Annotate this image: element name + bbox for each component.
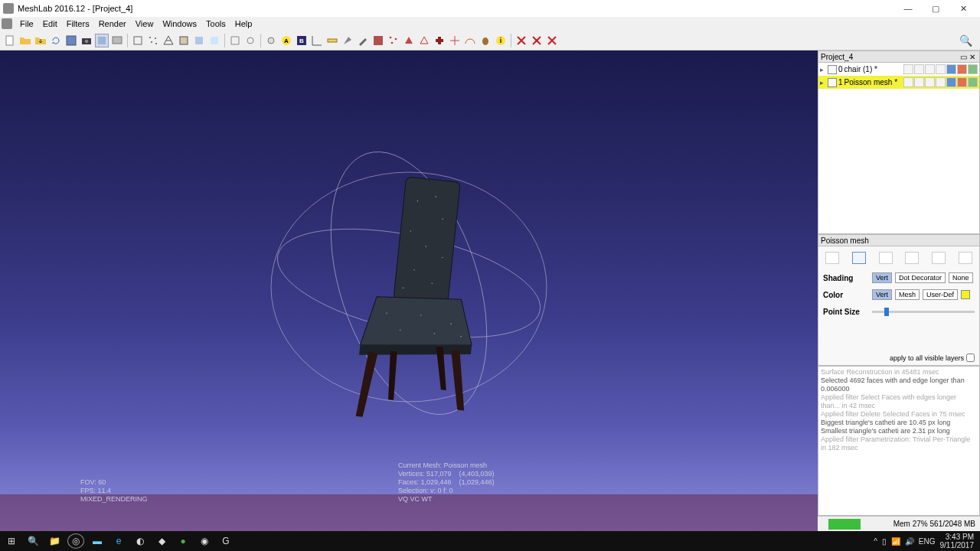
menu-help[interactable]: Help: [230, 19, 257, 28]
minimize-button[interactable]: —: [894, 0, 922, 17]
layer-mode-icons[interactable]: [903, 64, 978, 74]
visibility-toggle[interactable]: [828, 78, 837, 87]
sel-vert-button[interactable]: [387, 34, 400, 47]
color-vert[interactable]: Vert: [872, 289, 892, 300]
layer-mode-icons[interactable]: [903, 77, 978, 87]
shading-none[interactable]: None: [949, 272, 973, 283]
wireframe-button[interactable]: [162, 34, 175, 47]
import-mesh-button[interactable]: [34, 34, 47, 47]
mode-wire-icon[interactable]: [879, 252, 893, 264]
b-button[interactable]: B: [295, 34, 309, 47]
svg-rect-13: [211, 37, 218, 44]
photo-button[interactable]: [371, 34, 385, 47]
panel-close-icon[interactable]: ✕: [968, 52, 977, 61]
menu-file[interactable]: File: [15, 19, 38, 28]
color-mesh[interactable]: Mesh: [895, 289, 920, 300]
info-button[interactable]: i: [494, 34, 508, 47]
search-taskbar-icon[interactable]: 🔍: [24, 533, 41, 549]
svg-rect-0: [6, 36, 13, 45]
shading-dot[interactable]: Dot Decorator: [895, 272, 946, 283]
layers-panel-header[interactable]: Project_4 ▭ ✕: [818, 51, 980, 63]
menu-edit[interactable]: Edit: [38, 19, 62, 28]
shading-label: Shading: [823, 274, 869, 282]
menu-windows[interactable]: Windows: [158, 19, 201, 28]
tray-clock[interactable]: 3:43 PM 9/11/2017: [940, 533, 978, 549]
plugin-button[interactable]: [433, 34, 446, 47]
light-button[interactable]: [264, 34, 278, 47]
mode-flat-icon[interactable]: [905, 252, 919, 264]
task-app-icon[interactable]: ▬: [89, 533, 106, 549]
snapshot-button[interactable]: [80, 34, 93, 47]
obs-icon[interactable]: ◉: [196, 533, 213, 549]
close-button[interactable]: ✕: [949, 0, 977, 17]
wechat-icon[interactable]: ●: [175, 533, 191, 549]
measure-button[interactable]: [325, 34, 339, 47]
maximize-button[interactable]: ▢: [922, 0, 949, 17]
bg-grid-button[interactable]: [207, 34, 221, 47]
task-app-icon[interactable]: G: [217, 533, 234, 549]
svg-rect-5: [113, 37, 122, 44]
del-vert-button[interactable]: [545, 34, 559, 47]
tray-wifi-icon[interactable]: 📶: [891, 537, 900, 546]
start-button[interactable]: ⊞: [3, 533, 20, 549]
mode-bbox-icon[interactable]: [825, 252, 839, 264]
titlebar: MeshLab 2016.12 - [Project_4] — ▢ ✕: [0, 0, 980, 17]
layer-row[interactable]: ▸ 0 chair (1) *: [818, 63, 979, 76]
menu-filters[interactable]: Filters: [62, 19, 94, 28]
mode-points-icon[interactable]: [852, 252, 866, 264]
expand-icon[interactable]: ▸: [820, 79, 826, 86]
smooth-button[interactable]: [192, 34, 206, 47]
reload-button[interactable]: [49, 34, 63, 47]
flat-lines-button[interactable]: [177, 34, 191, 47]
edge-icon[interactable]: e: [110, 533, 127, 549]
viewport-3d[interactable]: FOV: 60 FPS: 11.4 MIXED_RENDERING Curren…: [0, 51, 818, 531]
sel-face-button[interactable]: [402, 34, 416, 47]
shading-vert[interactable]: Vert: [872, 272, 892, 283]
open-project-button[interactable]: [18, 34, 32, 47]
menu-tools[interactable]: Tools: [201, 19, 230, 28]
menu-view[interactable]: View: [131, 19, 158, 28]
selection-vertex-button[interactable]: [243, 34, 257, 47]
task-app-icon[interactable]: ◎: [67, 533, 84, 549]
layer-row[interactable]: ▸ 1 Poisson mesh *: [818, 76, 979, 89]
color-user[interactable]: User-Def: [923, 289, 958, 300]
points-button[interactable]: [146, 34, 160, 47]
mode-smooth-icon[interactable]: [932, 252, 946, 264]
tray-chevron-icon[interactable]: ^: [874, 537, 877, 546]
export-mesh-button[interactable]: [64, 34, 78, 47]
a-button[interactable]: A: [279, 34, 293, 47]
new-project-button[interactable]: [3, 34, 17, 47]
pointsize-slider[interactable]: [872, 306, 975, 317]
panel-undock-icon[interactable]: ▭: [959, 52, 968, 61]
menu-render[interactable]: Render: [94, 19, 131, 28]
sel-conn-button[interactable]: [417, 34, 431, 47]
apply-all-checkbox[interactable]: [966, 354, 975, 362]
paint-button[interactable]: [356, 34, 370, 47]
tray-battery-icon[interactable]: ▯: [882, 537, 887, 546]
expand-icon[interactable]: ▸: [820, 66, 826, 73]
visibility-toggle[interactable]: [828, 65, 837, 74]
chrome-icon[interactable]: ◐: [132, 533, 149, 549]
tray-volume-icon[interactable]: 🔊: [905, 537, 914, 546]
windows-taskbar[interactable]: ⊞ 🔍 📁 ◎ ▬ e ◐ ◆ ● ◉ G ^ ▯ 📶 🔊 ENG 3:43 P…: [0, 531, 980, 551]
mode-tex-icon[interactable]: [959, 252, 972, 264]
svg-rect-1: [67, 36, 76, 45]
hud-verts: Vertices: 517,079 (4,403,039): [398, 470, 495, 478]
pick-button[interactable]: [341, 34, 354, 47]
explorer-icon[interactable]: 📁: [46, 533, 63, 549]
del-facevert-button[interactable]: [530, 34, 544, 47]
align-button[interactable]: [448, 34, 462, 47]
log-panel[interactable]: Surface Reconstruction in 45481 msecSele…: [818, 366, 980, 516]
raster-button[interactable]: [110, 34, 124, 47]
layers-button[interactable]: [95, 34, 109, 47]
bug-button[interactable]: [479, 34, 492, 47]
selection-face-button[interactable]: [228, 34, 242, 47]
tray-lang[interactable]: ENG: [919, 537, 936, 546]
axes-button[interactable]: [310, 34, 324, 47]
del-face-button[interactable]: [514, 34, 528, 47]
bbox-button[interactable]: [131, 34, 145, 47]
unity-icon[interactable]: ◆: [153, 533, 170, 549]
search-icon[interactable]: 🔍: [959, 34, 977, 47]
color-swatch[interactable]: [961, 290, 970, 299]
arc3d-button[interactable]: [463, 34, 477, 47]
